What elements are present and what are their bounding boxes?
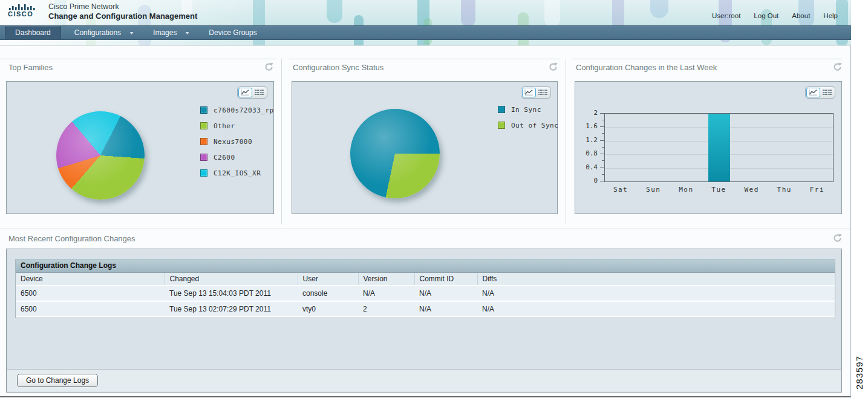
user-links: User:root Log Out About Help — [712, 12, 838, 19]
cell-version: 2 — [358, 301, 414, 317]
view-toggle — [805, 86, 835, 99]
x-tick-label: Sat — [604, 186, 637, 194]
chart-view-button[interactable] — [806, 88, 820, 97]
bar-chart-bars — [605, 114, 833, 181]
section-title-recent-changes: Most Recent Configuration Changes — [8, 234, 135, 243]
table-row[interactable]: 6500 Tue Sep 13 15:04:03 PDT 2011 consol… — [16, 285, 835, 301]
y-tick-label: 2 — [593, 109, 598, 117]
cell-commit-id: N/A — [414, 285, 477, 301]
divider — [572, 59, 842, 59]
top-families-legend: c7600s72033_rp Other Nexus7000 C2600 C12… — [200, 106, 274, 185]
refresh-button[interactable] — [264, 62, 273, 72]
main-nav: Dashboard Configurations ▼ Images ▼ Devi… — [0, 25, 851, 40]
page: CISCO Cisco Prime Network Change and Con… — [0, 0, 868, 401]
cell-commit-id: N/A — [414, 301, 477, 317]
legend-item: C12K_IOS_XR — [200, 169, 274, 177]
refresh-button[interactable] — [832, 233, 842, 243]
nav-label: Configurations — [74, 28, 121, 37]
divider — [0, 229, 850, 229]
cisco-bars-icon — [9, 3, 37, 10]
list-view-icon — [254, 89, 264, 96]
y-tick-label: 1.2 — [586, 136, 598, 145]
list-view-button[interactable] — [820, 88, 834, 97]
column-header-diffs[interactable]: Diffs — [477, 273, 835, 285]
cell-diffs: N/A — [477, 301, 835, 317]
y-axis-labels: 21.61.20.80.40 — [575, 109, 598, 185]
column-header-user[interactable]: User — [298, 273, 358, 285]
refresh-button[interactable] — [548, 62, 558, 72]
user-label: User:root — [712, 12, 740, 19]
list-view-button[interactable] — [536, 88, 550, 97]
column-header-changed[interactable]: Changed — [165, 273, 298, 285]
divider — [289, 59, 560, 59]
change-logs-table-container: Configuration Change Logs Device Changed… — [15, 259, 835, 318]
change-logs-table: Device Changed User Version Commit ID Di… — [16, 273, 835, 318]
panel-footer: Go to Change Logs — [7, 369, 841, 391]
legend-swatch — [200, 138, 207, 145]
legend-item: Out of Sync — [498, 122, 558, 129]
legend-label: In Sync — [511, 106, 541, 114]
legend-label: C2600 — [214, 154, 235, 161]
legend-label: Out of Sync — [511, 122, 558, 129]
refresh-button[interactable] — [832, 62, 842, 72]
dashlet-title-config-changes: Configuration Changes in the Last Week — [576, 63, 717, 72]
legend-swatch — [200, 154, 207, 161]
table-header-row: Device Changed User Version Commit ID Di… — [16, 273, 835, 285]
y-tick-label: 0 — [593, 177, 598, 185]
cisco-logo-text: CISCO — [8, 10, 37, 18]
legend-swatch — [200, 169, 207, 177]
divider — [566, 59, 566, 224]
dashlet-sync-status: In Sync Out of Sync — [292, 81, 558, 214]
dashlet-top-families: c7600s72033_rp Other Nexus7000 C2600 C12… — [6, 81, 274, 214]
help-link[interactable]: Help — [823, 12, 838, 19]
cell-version: N/A — [358, 285, 414, 301]
product-name: Cisco Prime Network — [48, 2, 197, 11]
recent-changes-panel: Configuration Change Logs Device Changed… — [6, 249, 842, 393]
nav-item-dashboard[interactable]: Dashboard — [5, 26, 61, 39]
cell-diffs: N/A — [477, 285, 835, 301]
list-view-icon — [538, 89, 548, 96]
legend-swatch — [498, 122, 505, 129]
refresh-icon — [549, 62, 558, 71]
view-toggle — [237, 86, 267, 99]
logout-link[interactable]: Log Out — [754, 12, 778, 19]
legend-swatch — [498, 106, 505, 113]
cisco-logo: CISCO — [8, 3, 37, 18]
content-area: Top Families — [0, 45, 851, 397]
x-axis-labels: SatSunMonTueWedThuFri — [604, 186, 834, 194]
cell-changed: Tue Sep 13 02:07:29 PDT 2011 — [165, 301, 298, 317]
chart-view-button[interactable] — [238, 88, 252, 97]
change-logs-header: Configuration Change Logs — [16, 259, 835, 273]
go-to-change-logs-button[interactable]: Go to Change Logs — [17, 374, 98, 387]
legend-label: Other — [214, 122, 235, 130]
chart-view-button[interactable] — [522, 88, 536, 97]
table-row[interactable]: 6500 Tue Sep 13 02:07:29 PDT 2011 vty0 2… — [16, 301, 835, 317]
line-chart-icon — [808, 89, 818, 96]
line-chart-icon — [524, 89, 534, 96]
legend-item: Nexus7000 — [200, 138, 274, 145]
x-tick-label: Wed — [736, 186, 768, 194]
sync-status-pie-chart — [350, 109, 440, 198]
app-titles: Cisco Prime Network Change and Configura… — [48, 2, 197, 21]
refresh-icon — [833, 233, 842, 243]
about-link[interactable]: About — [792, 12, 810, 19]
column-header-device[interactable]: Device — [16, 273, 165, 285]
dropdown-caret-icon: ▼ — [184, 31, 190, 35]
nav-label: Dashboard — [15, 28, 51, 37]
nav-label: Images — [153, 28, 177, 37]
list-view-button[interactable] — [252, 88, 266, 97]
y-tick-label: 0.4 — [586, 163, 598, 172]
dropdown-caret-icon: ▼ — [129, 31, 134, 35]
x-tick-label: Mon — [670, 186, 702, 194]
nav-item-device-groups[interactable]: Device Groups — [199, 26, 266, 39]
column-header-version[interactable]: Version — [358, 273, 414, 285]
app-title: Change and Configuration Management — [48, 11, 197, 21]
column-header-commit-id[interactable]: Commit ID — [414, 273, 477, 285]
figure-number: 283597 — [851, 348, 867, 397]
nav-item-images[interactable]: Images ▼ — [143, 26, 199, 39]
nav-item-configurations[interactable]: Configurations ▼ — [65, 26, 143, 39]
refresh-icon — [833, 62, 842, 71]
x-tick-label: Fri — [801, 186, 834, 194]
cell-changed: Tue Sep 13 15:04:03 PDT 2011 — [165, 285, 298, 301]
legend-item: c7600s72033_rp — [200, 106, 274, 114]
